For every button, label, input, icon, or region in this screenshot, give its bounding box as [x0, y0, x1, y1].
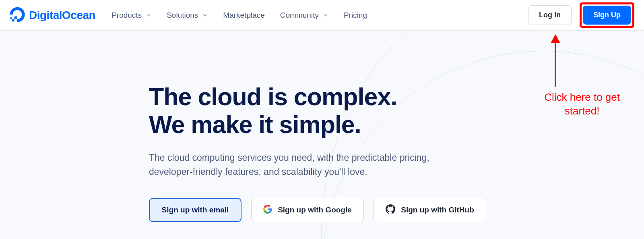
hero-content: The cloud is complex. We make it simple.…	[0, 31, 644, 222]
signup-github-button[interactable]: Sign up with GitHub	[374, 198, 486, 222]
chevron-down-icon	[146, 12, 151, 18]
nav-label: Pricing	[344, 11, 367, 20]
hero-subtitle: The cloud computing services you need, w…	[149, 151, 455, 179]
nav-solutions[interactable]: Solutions	[167, 11, 208, 20]
hero-title: The cloud is complex. We make it simple.	[149, 83, 644, 139]
nav-pricing[interactable]: Pricing	[344, 11, 367, 20]
signup-google-button[interactable]: Sign up with Google	[251, 198, 364, 222]
brand-name: DigitalOcean	[29, 9, 95, 22]
signup-highlight-annotation: Sign Up	[580, 2, 634, 28]
nav-label: Products	[111, 11, 142, 20]
nav-label: Solutions	[167, 11, 198, 20]
login-button[interactable]: Log In	[528, 5, 572, 25]
nav-community[interactable]: Community	[280, 11, 328, 20]
chevron-down-icon	[323, 12, 328, 18]
primary-nav: Products Solutions Marketplace Community…	[111, 11, 367, 20]
hero-title-line1: The cloud is complex.	[149, 83, 397, 110]
digitalocean-logo-icon	[10, 7, 25, 24]
signup-github-label: Sign up with GitHub	[401, 206, 474, 214]
chevron-down-icon	[202, 12, 208, 18]
site-header: DigitalOcean Products Solutions Marketpl…	[0, 0, 644, 31]
nav-label: Marketplace	[223, 11, 265, 20]
google-icon	[263, 205, 272, 216]
hero-section: The cloud is complex. We make it simple.…	[0, 31, 644, 239]
nav-products[interactable]: Products	[111, 11, 151, 20]
signup-email-button[interactable]: Sign up with email	[149, 198, 242, 222]
signup-button[interactable]: Sign Up	[583, 6, 631, 25]
signup-button-row: Sign up with email Sign up with Google	[149, 198, 644, 222]
hero-title-line2: We make it simple.	[149, 111, 361, 138]
signup-email-label: Sign up with email	[162, 206, 229, 214]
header-actions: Log In Sign Up	[528, 2, 634, 28]
signup-google-label: Sign up with Google	[278, 206, 352, 214]
brand-logo[interactable]: DigitalOcean	[10, 7, 95, 24]
nav-marketplace[interactable]: Marketplace	[223, 11, 265, 20]
nav-label: Community	[280, 11, 319, 20]
github-icon	[386, 204, 395, 216]
